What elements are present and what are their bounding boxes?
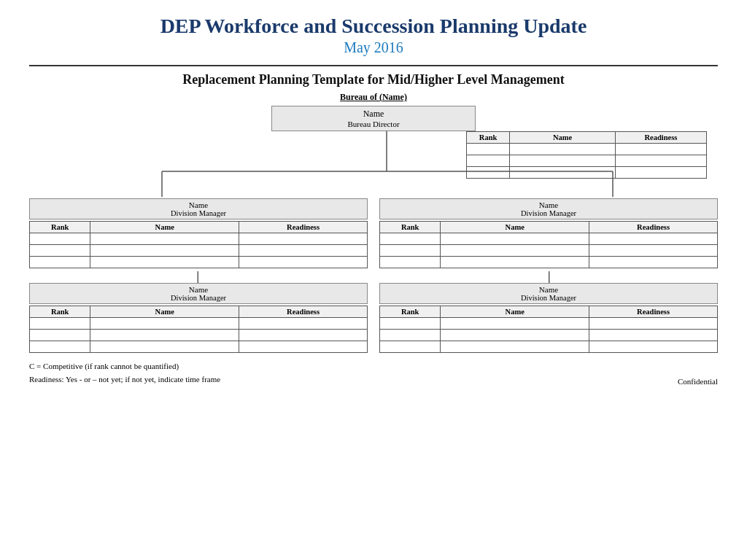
top-cand-2-rank [467, 155, 510, 167]
dm3-role: Division Manager [33, 294, 364, 302]
dm3-cand-row-3 [30, 341, 368, 353]
dm2-section: Name Division Manager Rank Name Readines… [374, 198, 718, 268]
sub-title: May 2016 [29, 39, 718, 56]
dm1-col-rank: Rank [30, 222, 90, 233]
dm4-name: Name [383, 285, 714, 294]
dm3-c2-rank [30, 330, 90, 341]
dm3-c1-readiness [239, 318, 368, 330]
dm1-c2-rank [30, 245, 90, 257]
dm3-c1-rank [30, 318, 90, 330]
top-cand-col-rank: Rank [467, 132, 510, 144]
dm2-c1-readiness [589, 233, 718, 245]
dm4-c2-rank [380, 330, 441, 341]
dm2-candidates-table: Rank Name Readiness [379, 221, 718, 268]
top-candidates-container: Rank Name Readiness [466, 131, 707, 179]
dm3-c3-name [90, 341, 239, 353]
dm2-c3-name [441, 257, 589, 268]
dm2-c3-rank [380, 257, 441, 268]
dm4-candidates-table: Rank Name Readiness [379, 306, 718, 353]
dm2-c1-name [441, 233, 589, 245]
dm3-cand-row-1 [30, 318, 368, 330]
dm4-cand-row-2 [380, 330, 718, 341]
dm2-box: Name Division Manager [379, 198, 718, 219]
dm4-c1-name [441, 318, 589, 330]
dm1-name: Name [33, 201, 364, 209]
page: DEP Workforce and Succession Planning Up… [0, 0, 747, 560]
divider [29, 65, 718, 66]
top-candidates-row: Rank Name Readiness [29, 131, 718, 197]
org-body: Rank Name Readiness [29, 131, 718, 553]
dm2-role: Division Manager [383, 209, 714, 217]
dm-row-1: Name Division Manager Rank Name Readines… [29, 198, 718, 268]
dm4-c1-rank [380, 318, 441, 330]
bureau-director-name: Name [276, 109, 471, 120]
bureau-director-box: Name Bureau Director [271, 106, 476, 131]
dm2-cand-row-2 [380, 245, 718, 257]
dm3-c2-readiness [239, 330, 368, 341]
dm1-c3-readiness [239, 257, 368, 268]
footer-note1: C = Competitive (if rank cannot be quant… [29, 360, 220, 373]
dm3-section: Name Division Manager Rank Name Readines… [29, 283, 374, 353]
top-cand-3-rank [467, 167, 510, 179]
dm3-c3-readiness [239, 341, 368, 353]
footer-confidential: Confidential [678, 377, 718, 386]
dm1-c1-readiness [239, 233, 368, 245]
section-title: Replacement Planning Template for Mid/Hi… [29, 72, 718, 88]
dm1-section: Name Division Manager Rank Name Readines… [29, 198, 374, 268]
dm4-section: Name Division Manager Rank Name Readines… [374, 283, 718, 353]
dm2-col-readiness: Readiness [589, 222, 718, 233]
dm2-cand-row-3 [380, 257, 718, 268]
dm4-c1-readiness [589, 318, 718, 330]
dm2-c2-rank [380, 245, 441, 257]
top-cand-3-readiness [615, 167, 706, 179]
footer-notes-left: C = Competitive (if rank cannot be quant… [29, 360, 220, 386]
top-cand-row-3 [467, 167, 707, 179]
dm1-box-wrapper: Name Division Manager Rank Name Readines… [29, 198, 368, 268]
dm1-c1-name [90, 233, 239, 245]
dm1-cand-row-3 [30, 257, 368, 268]
dm3-cand-row-2 [30, 330, 368, 341]
dm1-c2-name [90, 245, 239, 257]
dm4-col-name: Name [441, 306, 589, 318]
dm3-c2-name [90, 330, 239, 341]
dm4-c3-readiness [589, 341, 718, 353]
dm1-col-readiness: Readiness [239, 222, 368, 233]
dm3-c3-rank [30, 341, 90, 353]
dm4-c2-name [441, 330, 589, 341]
dm1-box-outer: Name Division Manager Rank Name Readines… [29, 198, 368, 268]
top-cand-3-name [510, 167, 616, 179]
dm1-cand-row-2 [30, 245, 368, 257]
dm4-cand-row-3 [380, 341, 718, 353]
dm4-box: Name Division Manager [379, 283, 718, 304]
dm4-c2-readiness [589, 330, 718, 341]
dm2-c2-readiness [589, 245, 718, 257]
footer-note2: Readiness: Yes - or – not yet; if not ye… [29, 373, 220, 386]
dm3-c1-name [90, 318, 239, 330]
dm2-c1-rank [380, 233, 441, 245]
dm1-c1-rank [30, 233, 90, 245]
dm4-col-rank: Rank [380, 306, 441, 318]
dm2-name: Name [383, 201, 714, 209]
top-cand-1-readiness [615, 144, 706, 155]
top-candidates-table: Rank Name Readiness [466, 131, 707, 179]
dm2-c2-name [441, 245, 589, 257]
dm4-cand-row-1 [380, 318, 718, 330]
dm1-role: Division Manager [33, 209, 364, 217]
dm2-c3-readiness [589, 257, 718, 268]
dm1-c2-readiness [239, 245, 368, 257]
dm1-c3-name [90, 257, 239, 268]
top-row: Name Bureau Director [29, 106, 718, 131]
dm2-cand-row-1 [380, 233, 718, 245]
top-cand-col-name: Name [510, 132, 616, 144]
top-cand-1-name [510, 144, 616, 155]
connector-svg-mid [29, 271, 718, 283]
dm3-name: Name [33, 285, 364, 294]
dm3-col-name: Name [90, 306, 239, 318]
dm1-box: Name Division Manager [29, 198, 368, 219]
dm-row-2: Name Division Manager Rank Name Readines… [29, 283, 718, 353]
footer: C = Competitive (if rank cannot be quant… [29, 360, 718, 386]
dm4-role: Division Manager [383, 294, 714, 302]
top-cand-1-rank [467, 144, 510, 155]
dm2-col-rank: Rank [380, 222, 441, 233]
dm4-c3-rank [380, 341, 441, 353]
